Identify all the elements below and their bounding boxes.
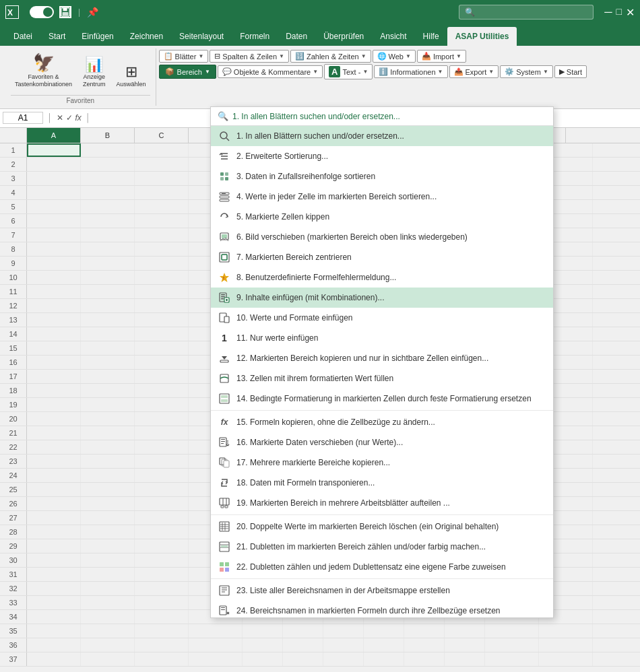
cell[interactable] [81, 610, 135, 624]
cell[interactable] [81, 271, 135, 284]
objekte-dropdown[interactable]: 💬 Objekte & Kommentare ▼ [218, 65, 323, 78]
cell[interactable] [135, 242, 189, 256]
menu-item-22[interactable]: 22. Dubletten zählen und jedem Dubletten… [211, 557, 553, 577]
cell[interactable] [27, 582, 81, 595]
auswaehlen-btn[interactable]: ⊞ Auswählen [113, 61, 150, 91]
cell[interactable] [81, 327, 135, 341]
maximize-icon[interactable]: □ [616, 6, 622, 19]
cell[interactable] [27, 370, 81, 383]
cell[interactable] [81, 582, 135, 595]
web-dropdown[interactable]: 🌐 Web ▼ [373, 50, 416, 63]
cell[interactable] [445, 652, 485, 666]
informationen-dropdown[interactable]: ℹ️ Informationen ▼ [374, 65, 447, 78]
cell[interactable] [27, 624, 81, 638]
cell[interactable] [323, 624, 364, 638]
menu-item-15[interactable]: fx 15. Formeln kopieren, ohne die Zellbe… [211, 412, 553, 432]
cell[interactable] [135, 497, 189, 510]
minimize-icon[interactable]: ─ [604, 6, 612, 19]
cell[interactable] [135, 327, 189, 341]
cell[interactable] [404, 638, 445, 652]
cell[interactable] [283, 638, 323, 652]
cell[interactable] [135, 200, 189, 213]
menu-item-1[interactable]: 1. In allen Blättern suchen und/oder ers… [211, 126, 553, 146]
cell[interactable] [135, 299, 189, 312]
cell[interactable] [81, 553, 135, 567]
cell[interactable] [81, 257, 135, 270]
cell[interactable] [27, 186, 81, 199]
cell[interactable] [81, 638, 135, 652]
cell[interactable] [135, 143, 189, 157]
cell[interactable] [27, 455, 81, 468]
col-header-c[interactable]: C [135, 128, 189, 143]
menu-item-7[interactable]: 7. Markierten Bereich zentrieren [211, 247, 553, 267]
cell[interactable] [27, 596, 81, 609]
cell[interactable] [27, 158, 81, 171]
cell[interactable] [27, 356, 81, 369]
close-icon[interactable]: ✕ [626, 6, 635, 19]
bereich-dropdown[interactable]: 📦 Bereich ▼ [159, 65, 216, 79]
cell[interactable] [81, 313, 135, 327]
cell[interactable] [323, 638, 364, 652]
cell[interactable] [539, 638, 593, 652]
cell[interactable] [81, 511, 135, 525]
cell[interactable] [539, 652, 593, 666]
cell[interactable] [135, 313, 189, 327]
cell[interactable] [135, 511, 189, 525]
cell[interactable] [27, 271, 81, 284]
import-dropdown[interactable]: 📥 Import ▼ [417, 50, 466, 63]
search-box[interactable]: 🔍 [459, 5, 594, 20]
system-dropdown[interactable]: ⚙️ System ▼ [500, 65, 553, 78]
cell[interactable] [135, 582, 189, 595]
cell[interactable] [135, 568, 189, 581]
menu-item-14[interactable]: 14. Bedingte Formatierung in markierten … [211, 389, 553, 409]
cell[interactable] [27, 214, 81, 228]
insert-function-icon[interactable]: fx [75, 113, 82, 123]
cell[interactable] [27, 228, 81, 242]
menu-item-2[interactable]: 2. Erweiterte Sortierung... [211, 146, 553, 166]
cell[interactable] [243, 652, 283, 666]
cell[interactable] [81, 370, 135, 383]
cell[interactable] [27, 469, 81, 482]
cell[interactable] [81, 539, 135, 553]
cell[interactable] [135, 271, 189, 284]
cell[interactable] [485, 624, 539, 638]
cell[interactable] [135, 525, 189, 539]
cell[interactable] [135, 158, 189, 171]
cell[interactable] [81, 483, 135, 496]
spalten-zeilen-dropdown[interactable]: ⊟ Spalten & Zeilen ▼ [210, 50, 289, 63]
cell[interactable] [404, 624, 445, 638]
cell[interactable] [81, 242, 135, 256]
cell[interactable] [364, 652, 404, 666]
cell[interactable] [81, 426, 135, 440]
menu-item-17[interactable]: 17. Mehrere markierte Bereiche kopieren.… [211, 452, 553, 473]
cell[interactable] [27, 426, 81, 440]
cell[interactable] [135, 553, 189, 567]
col-header-b[interactable]: B [81, 128, 135, 143]
cell[interactable] [135, 469, 189, 482]
menu-item-11[interactable]: 1 11. Nur werte einfügen [211, 328, 553, 348]
anzeige-zentrum-btn[interactable]: 📊 AnzeigeZentrum [79, 53, 110, 91]
cell[interactable] [81, 440, 135, 454]
menu-item-24[interactable]: 24. Bereichsnamen in markierten Formeln … [211, 601, 553, 618]
blaetter-dropdown[interactable]: 📋 Blätter ▼ [159, 50, 209, 63]
tab-daten[interactable]: Daten [278, 27, 315, 46]
cell[interactable] [27, 638, 81, 652]
cell[interactable] [539, 624, 593, 638]
menu-item-3[interactable]: 3. Daten in Zufallsreihenfolge sortieren [211, 166, 553, 187]
cell[interactable] [27, 327, 81, 341]
confirm-formula-icon[interactable]: ✓ [66, 113, 73, 123]
cell[interactable] [81, 200, 135, 213]
cell[interactable] [135, 440, 189, 454]
cell[interactable] [283, 624, 323, 638]
cell[interactable] [135, 398, 189, 411]
cell[interactable] [135, 370, 189, 383]
menu-item-8[interactable]: ! 8. Benutzerdefinierte Formelfehlermeld… [211, 267, 553, 288]
cell[interactable] [27, 440, 81, 454]
cell[interactable] [485, 652, 539, 666]
cell[interactable] [81, 398, 135, 411]
cell[interactable] [81, 624, 135, 638]
cell[interactable] [27, 497, 81, 510]
cell[interactable] [81, 469, 135, 482]
menu-item-16[interactable]: 16. Markierte Daten verschieben (nur Wer… [211, 432, 553, 452]
start-btn[interactable]: ▶ Start [554, 65, 587, 78]
